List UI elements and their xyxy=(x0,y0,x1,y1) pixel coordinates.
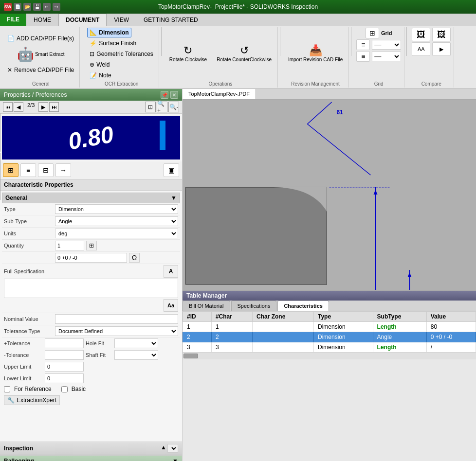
tab-specs[interactable]: Specifications xyxy=(231,301,277,311)
add-cad-button[interactable]: 📄 ADD CAD/PDF File(s) xyxy=(5,34,76,43)
minus-tol-input[interactable] xyxy=(45,350,84,360)
zoom-fit-button[interactable]: ⊡ xyxy=(145,102,156,112)
icon-table-button[interactable]: ⊟ xyxy=(38,163,54,177)
tab-view[interactable]: VIEW xyxy=(107,14,136,26)
row1-charzone xyxy=(253,321,314,332)
compare-btn2[interactable]: 🖼 xyxy=(432,28,451,41)
nominal-input[interactable] xyxy=(55,314,178,324)
grid-option2-button[interactable]: ≡ xyxy=(356,51,370,62)
hole-fit-select[interactable] xyxy=(114,338,158,348)
icon-select-button[interactable]: ▣ xyxy=(164,163,179,177)
new-icon[interactable]: 📄 xyxy=(14,3,21,11)
panel-pin-button[interactable]: 📌 xyxy=(161,91,168,99)
tolerance-type-value: Document Defined xyxy=(55,326,178,336)
general-group-header[interactable]: General ▼ xyxy=(2,193,180,203)
ribbon-group-revision: 📥 Import Revision CAD File Revision Mana… xyxy=(282,27,349,88)
compare-btn3[interactable]: AA xyxy=(412,42,430,56)
grid-items: ⊞ Grid ≡ ── ≡ ── xyxy=(356,28,401,80)
shaft-fit-select[interactable] xyxy=(114,350,158,360)
quantity-input[interactable]: 1 xyxy=(55,241,84,250)
table-row[interactable]: 2 2 Dimension Angle 0 +0 / -0 xyxy=(183,332,476,342)
save-icon[interactable]: 💾 xyxy=(33,3,41,11)
icon-arrow-button[interactable]: → xyxy=(55,163,71,177)
sidebar-tab-project[interactable]: Project Properties xyxy=(0,153,0,200)
surface-finish-button[interactable]: ⚡ Surface Finish xyxy=(87,38,139,48)
svg-rect-0 xyxy=(186,187,327,284)
spec-format-button[interactable]: A xyxy=(164,265,178,278)
table-scrollbar[interactable] xyxy=(183,353,476,359)
pdf-tab-main[interactable]: TopMotorClampRev-.PDF xyxy=(183,89,256,99)
grid-option1-button[interactable]: ≡ xyxy=(356,39,370,50)
table-row[interactable]: 1 1 Dimension Length 80 xyxy=(183,321,476,332)
tolerance-spec-input[interactable]: 0 +0 / -0 xyxy=(55,253,127,263)
redo-icon[interactable]: ↪ xyxy=(53,3,60,11)
inspection-select[interactable] xyxy=(167,444,178,453)
nav-last-button[interactable]: ⏭ xyxy=(49,102,59,112)
tab-document[interactable]: DOCUMENT xyxy=(58,14,107,26)
full-spec-input[interactable] xyxy=(4,279,178,298)
tolerance-spec-row: 0 +0 / -0 Ω xyxy=(2,252,180,264)
table-row[interactable]: 3 3 Dimension Length / xyxy=(183,342,476,352)
ocr-group-label: OCR Extraction xyxy=(87,80,156,87)
nav-first-button[interactable]: ⏮ xyxy=(3,102,13,112)
import-revision-button[interactable]: 📥 Import Revision CAD File xyxy=(285,43,346,65)
geometric-tolerances-button[interactable]: ⊡ Geometric Tolerances xyxy=(87,49,156,59)
omega-button[interactable]: Ω xyxy=(129,253,140,263)
ballooning-header[interactable]: Ballooning ▼ xyxy=(0,456,182,461)
zoom-out-button[interactable]: 🔍- xyxy=(168,102,179,112)
nav-prev-button[interactable]: ◀ xyxy=(14,102,23,112)
open-icon[interactable]: 📂 xyxy=(23,3,31,11)
inspection-header[interactable]: Inspection ▲ xyxy=(0,442,182,455)
units-select[interactable]: deg xyxy=(55,229,178,238)
subtype-select[interactable]: Angle xyxy=(55,216,178,226)
inspection-section: Inspection ▲ xyxy=(0,442,182,455)
basic-checkbox[interactable] xyxy=(61,386,68,392)
compare-btn4[interactable]: ▶ xyxy=(432,42,451,56)
quantity-row: Quantity 1 ⊞ xyxy=(2,240,180,252)
grid-select1[interactable]: ── xyxy=(372,40,401,50)
tab-home[interactable]: HOME xyxy=(26,14,58,26)
icon-grid-button[interactable]: ⊞ xyxy=(3,163,18,177)
grid-select2[interactable]: ── xyxy=(372,52,401,61)
revision-group-label: Revision Management xyxy=(285,80,346,87)
tab-file[interactable]: FILE xyxy=(0,14,26,26)
row3-type: Dimension xyxy=(313,342,373,352)
weld-button[interactable]: ⊕ Weld xyxy=(87,60,112,70)
row2-value: 0 +0 / -0 xyxy=(426,332,476,342)
dimension-button[interactable]: 📐 Dimension xyxy=(87,28,131,37)
scroll-thumb[interactable] xyxy=(183,354,198,358)
smart-extract-button[interactable]: 🤖 Smart Extract xyxy=(5,44,76,64)
undo-icon[interactable]: ↩ xyxy=(43,3,51,11)
row3-char: 3 xyxy=(211,342,252,352)
quantity-picker-button[interactable]: ⊞ xyxy=(86,241,97,250)
extraction-xpert-button[interactable]: 🔧 ExtractionXpert xyxy=(4,395,60,405)
zoom-in-button[interactable]: 🔍+ xyxy=(157,102,167,112)
rotate-ccw-button[interactable]: ↺ Rotate CounterClockwise xyxy=(214,43,275,65)
icon-list-button[interactable]: ≡ xyxy=(20,163,36,177)
rotate-cw-button[interactable]: ↻ Rotate Clockwise xyxy=(166,43,210,65)
upper-limit-input[interactable]: 0 xyxy=(45,362,84,372)
compare-btn1[interactable]: 🖼 xyxy=(412,28,430,41)
nav-next-button[interactable]: ▶ xyxy=(38,102,48,112)
type-select[interactable]: Dimension xyxy=(55,204,178,214)
note-button[interactable]: 📝 Note xyxy=(87,71,113,80)
tab-bom[interactable]: Bill Of Material xyxy=(183,301,230,311)
nav-buttons: ⏮ ◀ 2/3 ▶ ⏭ xyxy=(3,102,59,112)
tolerance-type-select[interactable]: Document Defined xyxy=(55,326,178,336)
properties-section: General ▼ Type Dimension Sub-Type Angle xyxy=(0,191,182,442)
zoom-buttons: ⊡ 🔍+ 🔍- xyxy=(145,102,179,112)
grid-toggle-button[interactable]: ⊞ xyxy=(366,28,379,38)
plus-tol-input[interactable] xyxy=(45,338,84,348)
ballooning-chevron-icon: ▼ xyxy=(172,458,178,461)
for-reference-checkbox[interactable] xyxy=(4,386,10,392)
panel-close-button[interactable]: ✕ xyxy=(170,91,178,99)
type-value: Dimension xyxy=(55,204,178,214)
remove-cad-button[interactable]: ✕ Remove CAD/PDF File xyxy=(5,65,76,75)
lower-limit-input[interactable]: 0 xyxy=(45,373,84,383)
tab-getting-started[interactable]: GETTING STARTED xyxy=(136,14,205,26)
spec-aa-button[interactable]: Aa xyxy=(164,299,178,312)
reference-row: For Reference Basic xyxy=(2,384,180,394)
pdf-view[interactable]: 61 0.80 9.20 2 3 xyxy=(183,100,476,290)
sidebar-tab-characteristic[interactable]: Characteristic xyxy=(0,113,0,152)
tab-characteristics[interactable]: Characteristics xyxy=(277,301,329,311)
